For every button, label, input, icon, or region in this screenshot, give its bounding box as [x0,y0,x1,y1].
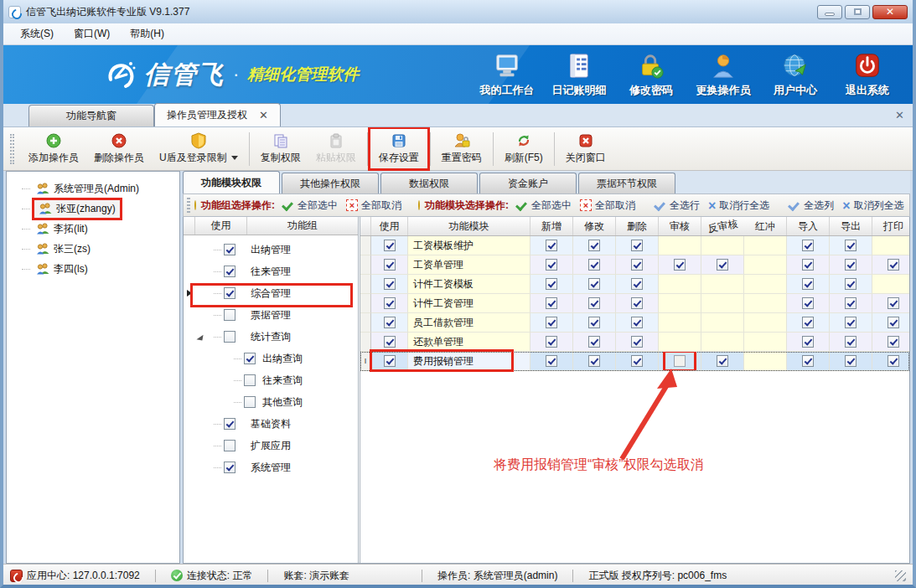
shortcut-journal-detail[interactable]: 日记账明细 [549,52,609,98]
close-window-button[interactable]: 关闭窗口 [558,130,613,168]
operator-item-lit[interactable]: 李拓(lit) [10,219,176,239]
group-item[interactable]: 票据管理 [184,304,358,326]
group-checkbox[interactable] [244,353,256,364]
maximize-button[interactable] [845,5,870,19]
group-item-current[interactable]: 综合管理 [184,282,358,304]
perm-checkbox[interactable] [588,317,600,328]
shortcut-my-workbench[interactable]: 我的工作台 [477,52,537,98]
perm-checkbox[interactable] [631,259,643,271]
tab-close-icon[interactable]: ✕ [259,111,268,120]
perm-checkbox[interactable] [802,278,814,290]
module-select-all-button[interactable]: 全部选中 [515,199,572,213]
perm-checkbox[interactable] [802,240,814,251]
paste-permission-button[interactable]: 粘贴权限 [308,130,364,168]
minimize-button[interactable] [817,5,842,19]
group-checkbox[interactable] [224,266,235,277]
perm-checkbox[interactable] [546,317,557,328]
tabstrip-close-icon[interactable]: ✕ [895,109,904,121]
group-item[interactable]: 往来管理 [184,260,358,282]
menu-window[interactable]: 窗口(W) [65,24,118,44]
perm-checkbox[interactable] [845,259,856,271]
perm-checkbox[interactable] [802,355,814,367]
add-operator-button[interactable]: 添加操作员 [21,130,86,168]
perm-checkbox[interactable] [588,259,600,271]
perm-checkbox[interactable] [802,317,814,328]
perm-checkbox[interactable] [546,355,557,367]
perm-checkbox[interactable] [631,317,643,328]
group-checkbox[interactable] [224,418,235,430]
group-checkbox[interactable] [224,287,235,299]
perm-checkbox[interactable] [888,259,899,271]
perm-checkbox[interactable] [845,317,856,328]
menu-system[interactable]: 系统(S) [12,24,62,44]
group-checkbox[interactable] [224,440,235,451]
tab-function-nav[interactable]: 功能导航窗 [28,105,154,126]
group-item[interactable]: 基础资料 [184,413,358,435]
perm-checkbox[interactable] [845,278,856,290]
tab-bill-stage-permission[interactable]: 票据环节权限 [578,173,675,193]
shortcut-exit-system[interactable]: 退出系统 [837,52,898,98]
group-subitem[interactable]: 往来查询 [184,369,358,391]
table-row[interactable]: 还款单管理 [360,333,909,352]
group-checkbox[interactable] [244,396,256,408]
cancel-col-button[interactable]: ×取消列全选 [842,199,903,213]
perm-checkbox[interactable] [546,259,557,271]
expand-triangle-icon[interactable] [196,333,203,340]
perm-checkbox[interactable] [674,259,686,271]
group-item[interactable]: 出纳管理 [184,239,358,260]
tab-data-permission[interactable]: 数据权限 [380,173,478,193]
perm-checkbox[interactable] [588,297,600,309]
delete-operator-button[interactable]: 删除操作员 [86,130,152,168]
cancel-row-button[interactable]: ×取消行全选 [708,199,769,213]
table-row[interactable]: 计件工资模板 [360,275,909,294]
perm-checkbox[interactable] [631,240,643,251]
perm-checkbox[interactable] [845,336,856,348]
perm-checkbox[interactable] [888,336,899,348]
group-item-expandable[interactable]: 统计查询 [184,326,358,348]
perm-checkbox[interactable] [546,240,557,251]
menu-help[interactable]: 帮助(H) [122,24,173,44]
perm-checkbox[interactable] [802,259,814,271]
use-checkbox[interactable] [384,355,396,367]
tab-module-permission[interactable]: 功能模块权限 [183,171,280,193]
perm-checkbox[interactable] [588,240,600,251]
select-col-button[interactable]: 全选列 [788,199,834,213]
group-checkbox[interactable] [224,462,235,473]
group-checkbox[interactable] [244,374,256,386]
close-button[interactable]: ✕ [872,5,908,19]
perm-checkbox[interactable] [588,336,600,348]
perm-checkbox[interactable] [845,297,856,309]
perm-checkbox[interactable] [546,336,557,348]
group-cancel-all-button[interactable]: ×全部取消 [346,199,401,213]
table-row[interactable]: 工资单管理 [360,255,909,275]
perm-checkbox[interactable] [888,355,899,367]
shortcut-switch-operator[interactable]: 更换操作员 [693,52,753,98]
use-checkbox[interactable] [384,278,396,290]
perm-checkbox[interactable] [802,297,814,309]
tab-fund-account[interactable]: 资金账户 [479,173,577,193]
refresh-button[interactable]: 刷新(F5) [497,130,551,168]
use-checkbox[interactable] [384,259,396,271]
group-subitem[interactable]: 其他查询 [184,391,358,413]
perm-checkbox[interactable] [888,297,899,309]
perm-checkbox[interactable] [717,259,728,271]
operator-item-admin[interactable]: 系统管理员(Admin) [10,178,176,199]
group-subitem[interactable]: 出纳查询 [184,348,358,369]
operator-item-zs[interactable]: 张三(zs) [10,239,176,259]
table-row[interactable]: 员工借款管理 [360,313,909,333]
use-checkbox[interactable] [384,240,396,251]
perm-checkbox[interactable] [631,278,643,290]
save-settings-button[interactable]: 保存设置 [371,130,427,168]
perm-checkbox[interactable] [546,278,557,290]
reset-password-button[interactable]: 重置密码 [434,130,489,168]
shortcut-user-center[interactable]: 用户中心 [765,52,825,98]
table-row[interactable]: 计件工资管理 [360,294,909,313]
copy-permission-button[interactable]: 复制权限 [253,130,308,168]
ukey-login-limit-button[interactable]: U盾及登录限制 [152,130,246,168]
perm-checkbox[interactable] [631,336,643,348]
group-item[interactable]: 系统管理 [184,456,358,478]
tab-other-permission[interactable]: 其他操作权限 [282,173,379,193]
perm-checkbox[interactable] [546,297,557,309]
perm-checkbox[interactable] [845,355,856,367]
group-checkbox[interactable] [224,309,235,321]
